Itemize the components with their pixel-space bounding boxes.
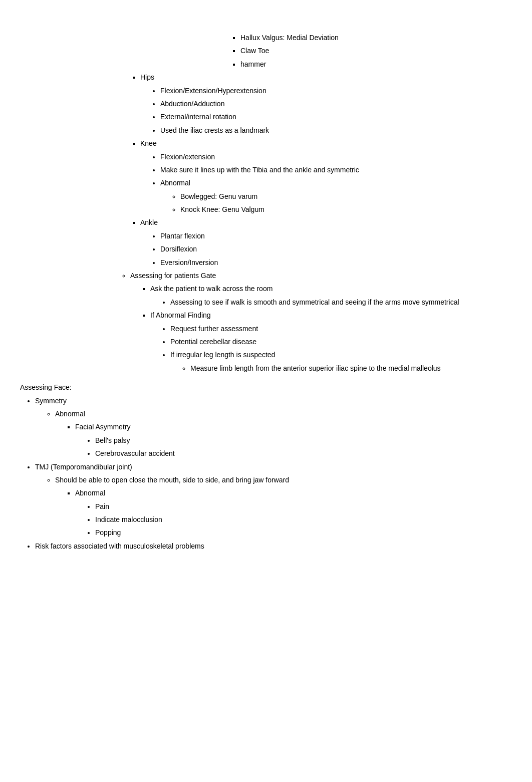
- abnormal-sub-item: If irregular leg length is suspected Mea…: [170, 349, 512, 374]
- hips-item: Hips Flexion/Extension/Hyperextension Ab…: [140, 72, 512, 136]
- if-abnormal-item: If Abnormal Finding Request further asse…: [150, 310, 512, 374]
- cerebrovascular-item: Cerebrovascular accident: [95, 448, 512, 459]
- assessing-face-label: Assessing Face:: [20, 382, 512, 393]
- assessing-gate-item: Assessing for patients Gate Ask the pati…: [130, 270, 512, 374]
- ankle-sub-item: Dorsiflexion: [160, 243, 512, 254]
- tmj-popping-item: Popping: [95, 527, 512, 538]
- facial-asymmetry-item: Facial Asymmetry Bell's palsy Cerebrovas…: [75, 421, 512, 459]
- knee-item: Knee Flexion/extension Make sure it line…: [140, 138, 512, 215]
- hallux-valgus-item: Hallux Valgus: Medial Deviation: [240, 32, 512, 43]
- knee-abnormal-sub-item: Bowlegged: Genu varum: [180, 191, 512, 202]
- tmj-malocclusion-item: Indicate malocclusion: [95, 514, 512, 525]
- tmj-should-item: Should be able to open close the mouth, …: [55, 474, 512, 539]
- knee-sub-item: Make sure it lines up with the Tibia and…: [160, 164, 512, 175]
- knee-sub-item: Flexion/extension: [160, 151, 512, 162]
- hips-sub-item: Abduction/Adduction: [160, 98, 512, 109]
- hips-sub-item: Flexion/Extension/Hyperextension: [160, 85, 512, 96]
- tmj-pain-item: Pain: [95, 501, 512, 512]
- hammer-item: hammer: [240, 59, 512, 70]
- ankle-item: Ankle Plantar flexion Dorsiflexion Evers…: [140, 217, 512, 268]
- abnormal-item: Abnormal Facial Asymmetry Bell's palsy C…: [55, 408, 512, 459]
- hips-sub-item: External/internal rotation: [160, 111, 512, 122]
- hips-sub-item: Used the iliac crests as a landmark: [160, 125, 512, 136]
- assessing-walk-item: Assessing to see if walk is smooth and s…: [170, 297, 512, 308]
- ankle-sub-item: Plantar flexion: [160, 230, 512, 241]
- abnormal-sub-item: Potential cerebellar disease: [170, 336, 512, 347]
- risk-factors-item: Risk factors associated with musculoskel…: [35, 541, 512, 552]
- abnormal-sub-item: Request further assessment: [170, 323, 512, 334]
- knee-abnormal-item: Abnormal Bowlegged: Genu varum Knock Kne…: [160, 177, 512, 215]
- symmetry-item: Symmetry Abnormal Facial Asymmetry Bell'…: [35, 395, 512, 459]
- tmj-abnormal-item: Abnormal Pain Indicate malocclusion: [75, 487, 512, 539]
- knee-abnormal-sub-item: Knock Knee: Genu Valgum: [180, 204, 512, 215]
- bells-palsy-item: Bell's palsy: [95, 435, 512, 446]
- tmj-item: TMJ (Temporomandibular joint) Should be …: [35, 461, 512, 539]
- ankle-sub-item: Eversion/Inversion: [160, 257, 512, 268]
- ask-patient-item: Ask the patient to walk across the room …: [150, 283, 512, 308]
- claw-toe-item: Claw Toe: [240, 45, 512, 56]
- measure-limb-item: Measure limb length from the anterior su…: [190, 363, 512, 374]
